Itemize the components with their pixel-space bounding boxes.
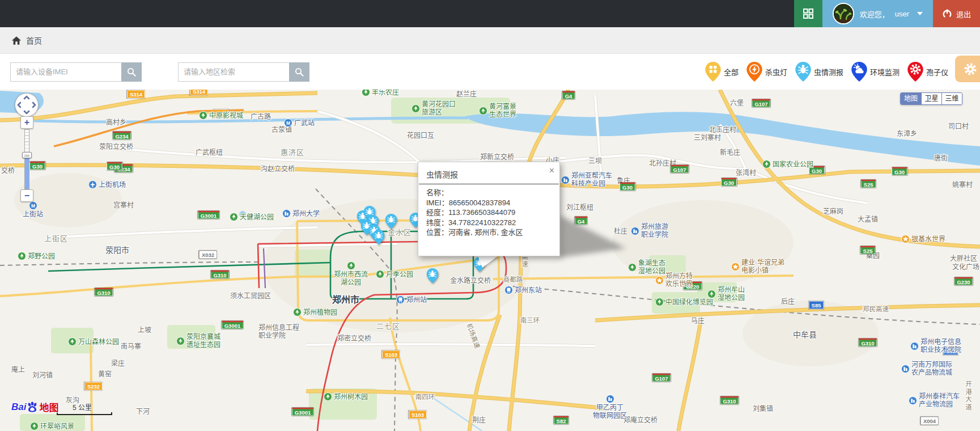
poi[interactable]: 甲乙丙丁物联网园区 [593,395,627,420]
map-label: 司口村 [948,121,969,130]
road-badge: S25 [860,246,876,255]
popup-row-value: 河南省, 郑州市, 金水区 [448,228,523,236]
poi-label: 郑州树木园 [334,393,368,401]
map-label: 南三环 [520,315,540,324]
zoom-in-button[interactable]: + [20,116,33,129]
map-label: 文化广场 [952,261,979,271]
park-icon [199,111,207,120]
map-label: 郑州市 [332,292,359,306]
legend-item-1[interactable]: 杀虫灯 [746,62,787,82]
apps-button[interactable] [794,0,822,27]
map-canvas[interactable]: 赵兰庄高村乡广古路古荥镇荥阳立交桥广武枢纽沟赵立交桥郑新立交桥花园口互惠济区六堡… [0,90,980,431]
poi-label: 郑州泰祥汽车 [919,392,960,400]
map-label: 黄窑 [98,369,112,378]
breadcrumb-home[interactable]: 首页 [26,35,42,46]
map-type-卫星[interactable]: 卫星 [921,93,941,104]
settings-button[interactable] [955,56,980,82]
road-badge: G230 [954,277,973,286]
poi[interactable]: 郑州大学 [282,209,320,218]
imei-search-input[interactable] [10,62,121,82]
road-badge: G310 [94,288,113,297]
device-marker-pest[interactable] [427,268,439,286]
legend-item-4[interactable]: 孢子仪 [907,62,948,82]
park-icon [347,261,355,270]
breadcrumb: 首页 [0,27,980,54]
device-marker-pest[interactable] [373,230,385,247]
zoom-out-button[interactable]: − [20,189,33,202]
poi[interactable]: 郑州亚帮汽车科技产业园 [561,172,612,188]
legend-item-2[interactable]: 虫情测报 [795,62,843,82]
zoom-slider-track[interactable] [24,129,29,189]
poi[interactable]: 郑州电子信息职业技术学院 [910,338,961,354]
poi[interactable]: 郑野公园 [18,252,55,260]
poi-label: 职业技术学院 [920,346,961,354]
poi[interactable]: 天健湖公园 [230,213,274,221]
map-label: 东漳乡 [897,128,917,138]
poi[interactable]: 郑州站 [396,295,427,304]
poi[interactable]: 环翠峪风景 [30,422,74,430]
search-icon [295,67,304,77]
poi[interactable]: 郑州旅游职业学院 [631,223,668,239]
road-badge: X032 [199,251,217,259]
poi[interactable]: 郑州东站 [504,286,542,294]
poi[interactable]: 荥阳京襄城遗址生态园 [176,333,220,349]
legend-item-3[interactable]: 环境监测 [851,62,900,82]
road-badge: G310 [720,396,739,405]
map-label: 荥阳立交桥 [99,141,133,151]
user-menu[interactable]: 欢迎您， user [822,0,933,27]
poi[interactable]: 黄河花园口旅游区 [411,100,456,116]
zoom-slider-handle[interactable] [22,152,32,158]
poi[interactable]: 郑州信息工程职业学院 [258,324,299,340]
poi[interactable]: 月季公园 [376,270,413,278]
baidu-logo[interactable]: Bai 地图 [11,400,58,414]
close-icon[interactable]: × [549,166,554,175]
gear-pin-icon [907,62,923,82]
map-label: 后庄 [781,296,795,306]
poi[interactable]: 郑州树木园 [324,392,368,401]
poi[interactable]: 国家农业公园 [762,160,813,168]
poi[interactable]: 丰乐农庄 [362,90,399,96]
region-search-input[interactable] [178,62,289,82]
poi-label: 广武站 [294,119,315,127]
poi[interactable]: 郑州方特欢乐世界 [655,272,693,288]
poi[interactable]: 河南万邦国际农产品物流城 [901,361,952,377]
map-pan-control[interactable] [15,93,39,117]
road-badge: G107 [752,99,770,108]
map-type-地图[interactable]: 地图 [901,93,921,104]
poi[interactable]: M广武站 [284,119,315,127]
bolt-pin-icon [746,62,762,82]
search-icon [127,67,136,77]
poi[interactable]: 银基水世界 [901,235,945,243]
park-icon [18,252,26,260]
map-label: 大孟镇 [858,214,878,223]
poi-label: 黄河富景 [489,103,516,111]
device-marker-pest[interactable] [385,214,397,231]
park-icon [762,160,771,168]
poi[interactable]: 郑州植物园 [293,308,337,316]
region-search-button[interactable] [289,62,309,82]
poi[interactable]: M上街站 [23,201,43,218]
legend-item-0[interactable]: 全部 [705,62,739,82]
poi[interactable]: 中原影视城 [199,111,243,120]
popup-row-label: 名称： [426,188,448,197]
power-icon [942,8,952,19]
poi[interactable]: 上街机场 [88,180,126,189]
poi[interactable]: 建业·华谊兄弟电影小镇 [731,259,784,274]
popup-row: IMEI：865650042837894 [426,198,551,208]
poi-label: 职业学院 [258,332,299,340]
poi[interactable]: 中国绿化博览园 [655,298,713,306]
poi[interactable]: 郑州泰祥汽车产业物流园 [909,392,960,408]
poi[interactable]: 黄河富景生态世界 [479,103,516,119]
popup-row-label: IMEI： [426,198,449,207]
imei-search-button[interactable] [121,62,142,82]
poi[interactable]: 郑州市西流湖公园 [334,261,368,286]
poi[interactable]: 万山森林公园 [68,337,119,346]
map-label: 金水路立交桥 [450,275,491,285]
map-type-三维[interactable]: 三维 [941,93,962,104]
top-bar: 欢迎您， user 退出 [0,0,980,27]
popup-row-label: 位置： [426,228,448,236]
weather-pin-icon [851,62,867,82]
popup-row: 名称： [426,188,551,198]
logout-button[interactable]: 退出 [933,0,980,27]
poi[interactable]: 须水工贸园区 [230,292,271,300]
